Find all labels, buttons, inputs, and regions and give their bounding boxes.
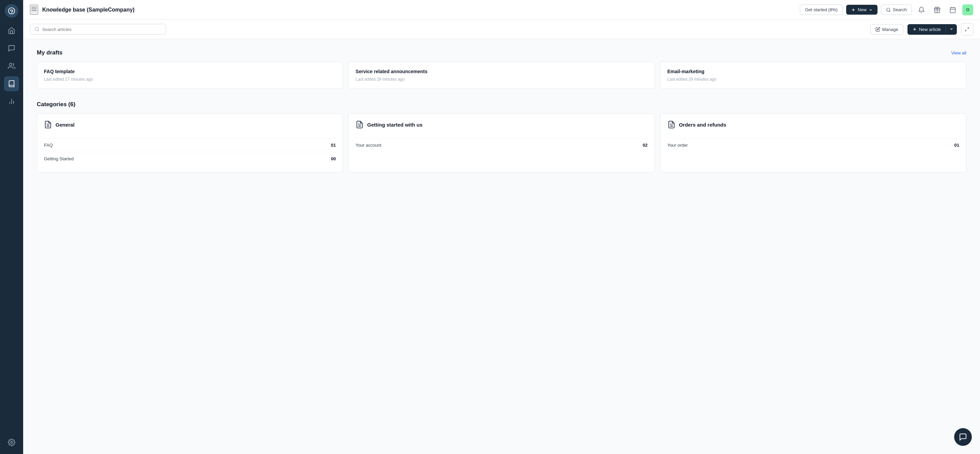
svg-line-21: [38, 30, 39, 31]
book-icon: [8, 80, 15, 87]
svg-line-25: [966, 30, 967, 31]
category-item-label-0-0: FAQ: [44, 143, 53, 148]
drafts-title: My drafts: [37, 49, 63, 56]
category-header-0: General: [44, 121, 336, 133]
calendar-icon: [949, 6, 956, 13]
category-header-2: Orders and refunds: [667, 121, 959, 133]
category-header-1: Getting started with us: [355, 121, 648, 133]
category-item-count-2-0: 01: [955, 143, 959, 148]
category-card-1[interactable]: Getting started with us Your account 02: [348, 113, 654, 173]
sidebar-item-home[interactable]: [4, 23, 19, 38]
draft-title-0: FAQ template: [44, 69, 336, 74]
draft-meta-1: Last edited 29 minutes ago: [355, 77, 648, 82]
category-item-label-0-1: Getting Started: [44, 156, 73, 161]
chat-bubble-icon: [959, 433, 967, 441]
new-article-button[interactable]: New article: [907, 24, 946, 35]
calendar-button[interactable]: [947, 4, 959, 16]
category-icon-0: [44, 121, 52, 129]
chat-bubble[interactable]: [954, 428, 972, 446]
menu-icon[interactable]: [30, 5, 38, 14]
sidebar: [0, 0, 23, 454]
svg-line-13: [889, 11, 891, 11]
svg-point-12: [887, 8, 890, 11]
plus-icon: [851, 8, 856, 12]
chat-icon: [8, 44, 15, 52]
topnav-actions: Get started (8%) New Search: [800, 4, 973, 16]
plus-icon: [912, 27, 917, 32]
draft-title-1: Service related announcements: [355, 69, 648, 74]
category-item-0-1[interactable]: Getting Started 00: [44, 152, 336, 165]
bell-icon: [918, 6, 925, 13]
gift-button[interactable]: [931, 4, 943, 16]
manage-button[interactable]: Manage: [870, 24, 904, 35]
expand-button[interactable]: [961, 23, 973, 35]
new-article-dropdown-button[interactable]: [946, 24, 957, 35]
search-button[interactable]: Search: [881, 5, 912, 15]
chevron-down-icon: [949, 27, 953, 31]
svg-rect-16: [950, 8, 956, 13]
drafts-section-header: My drafts View all: [37, 49, 966, 56]
sidebar-logo[interactable]: [5, 4, 18, 18]
sidebar-item-reports[interactable]: [4, 94, 19, 109]
category-item-2-0[interactable]: Your order 01: [667, 138, 959, 152]
edit-icon: [875, 27, 880, 32]
category-name-0: General: [56, 122, 75, 128]
home-icon: [8, 27, 15, 34]
chevron-down-icon: [869, 8, 873, 12]
toolbar: Manage New article: [23, 20, 980, 39]
sidebar-item-chat[interactable]: [4, 41, 19, 56]
category-item-0-0[interactable]: FAQ 01: [44, 138, 336, 152]
svg-point-1: [11, 13, 12, 14]
category-name-2: Orders and refunds: [679, 122, 726, 128]
topnav: Knowledge base (SampleCompany) Get start…: [23, 0, 980, 20]
draft-title-2: Email-marketing: [667, 69, 959, 74]
view-all-link[interactable]: View all: [951, 50, 966, 56]
gift-icon: [934, 6, 940, 13]
svg-line-24: [967, 27, 969, 29]
avatar[interactable]: O: [962, 5, 973, 15]
svg-point-2: [10, 63, 12, 66]
category-icon-1: [355, 121, 364, 129]
category-card-0[interactable]: General FAQ 01 Getting Started 00: [37, 113, 343, 173]
category-card-2[interactable]: Orders and refunds Your order 01: [660, 113, 966, 173]
categories-title: Categories (6): [37, 101, 75, 108]
sidebar-item-settings[interactable]: [4, 435, 19, 450]
category-item-label-2-0: Your order: [667, 143, 688, 148]
svg-point-0: [8, 8, 14, 14]
draft-meta-0: Last edited 27 minutes ago: [44, 77, 336, 82]
category-item-1-0[interactable]: Your account 02: [355, 138, 648, 152]
svg-point-20: [35, 27, 38, 31]
svg-point-6: [11, 441, 13, 443]
search-articles-container: [30, 24, 166, 35]
categories-section-header: Categories (6): [37, 101, 966, 108]
sidebar-item-contacts[interactable]: [4, 59, 19, 73]
search-input[interactable]: [42, 27, 162, 32]
chart-icon: [8, 98, 15, 105]
category-item-count-0-0: 01: [331, 143, 336, 148]
category-item-count-1-0: 02: [643, 143, 648, 148]
search-articles-icon: [34, 27, 40, 32]
get-started-button[interactable]: Get started (8%): [800, 5, 842, 15]
expand-icon: [965, 27, 969, 32]
draft-meta-2: Last edited 29 minutes ago: [667, 77, 959, 82]
new-button[interactable]: New: [846, 5, 878, 14]
main-area: Knowledge base (SampleCompany) Get start…: [23, 0, 980, 454]
drafts-cards-row: FAQ template Last edited 27 minutes ago …: [37, 62, 966, 89]
sidebar-item-knowledge[interactable]: [4, 76, 19, 91]
contacts-icon: [8, 62, 15, 70]
content-area: My drafts View all FAQ template Last edi…: [23, 39, 980, 454]
category-icon-2: [667, 121, 676, 129]
categories-cards-row: General FAQ 01 Getting Started 00: [37, 113, 966, 173]
category-name-1: Getting started with us: [367, 122, 423, 128]
search-icon: [886, 8, 891, 12]
draft-card-1[interactable]: Service related announcements Last edite…: [348, 62, 654, 89]
draft-card-2[interactable]: Email-marketing Last edited 29 minutes a…: [660, 62, 966, 89]
new-article-wrapper: New article: [907, 24, 957, 35]
notifications-button[interactable]: [915, 4, 928, 16]
gear-icon: [8, 439, 15, 446]
category-item-count-0-1: 00: [331, 156, 336, 161]
draft-card-0[interactable]: FAQ template Last edited 27 minutes ago: [37, 62, 343, 89]
category-item-label-1-0: Your account: [355, 143, 381, 148]
page-title: Knowledge base (SampleCompany): [42, 7, 796, 13]
